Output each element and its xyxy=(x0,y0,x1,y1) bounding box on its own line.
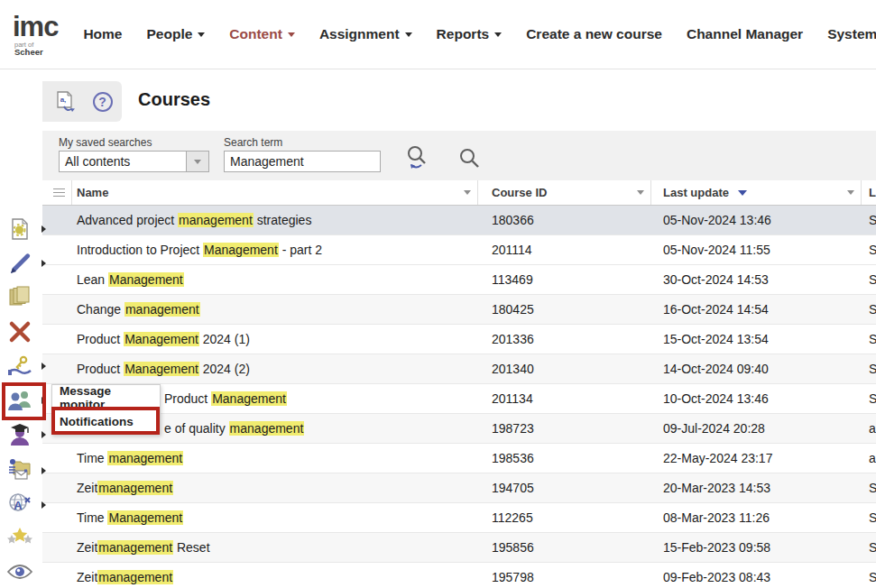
nav-item-channel-manager[interactable]: Channel Manager xyxy=(687,26,803,42)
table-row[interactable]: Product Management 2024 (1)20133615-Oct-… xyxy=(42,325,876,354)
run-saved-search-icon[interactable] xyxy=(403,143,432,176)
delete-icon[interactable] xyxy=(5,317,34,346)
imc-logo-text: imc xyxy=(13,13,58,41)
course-name-cell: Product Management 2024 (1) xyxy=(72,332,478,346)
nav-item-content[interactable]: Content xyxy=(229,26,295,42)
course-name-cell: Lean Management xyxy=(72,272,478,287)
last-editor-cell: a xyxy=(862,451,876,465)
last-editor-cell: S xyxy=(862,332,876,346)
flyout-arrow-icon xyxy=(41,501,46,509)
table-row[interactable]: Zeitmanagement Reset19585615-Feb-2023 09… xyxy=(42,533,876,563)
edit-icon[interactable] xyxy=(5,249,34,278)
row-handle-header[interactable] xyxy=(42,180,72,205)
course-id-cell: 195798 xyxy=(478,570,651,584)
new-content-icon[interactable] xyxy=(5,215,34,243)
table-row[interactable]: e of quality management19872309-Jul-2024… xyxy=(42,414,876,444)
search-highlight: management xyxy=(97,570,173,584)
groups-icon[interactable] xyxy=(5,386,34,415)
course-id-cell: 113469 xyxy=(478,272,651,287)
menu-item-notifications[interactable]: Notifications xyxy=(52,409,160,434)
search-highlight: management xyxy=(97,540,173,555)
messages-icon[interactable] xyxy=(5,455,34,484)
chevron-down-icon xyxy=(405,32,412,37)
last-update-cell: 05-Nov-2024 13:46 xyxy=(651,213,862,227)
translate-icon[interactable]: A xyxy=(5,490,34,519)
last-update-cell: 10-Oct-2024 13:46 xyxy=(651,391,862,406)
column-header-course-id[interactable]: Course ID xyxy=(478,180,651,205)
copy-icon[interactable] xyxy=(5,283,34,312)
csv-export-icon[interactable]: a, xyxy=(53,89,78,115)
sort-descending-icon xyxy=(738,190,747,196)
search-highlight: management xyxy=(97,481,173,495)
menu-item-message-monitor[interactable]: Message monitor xyxy=(52,385,160,409)
course-id-cell: 201340 xyxy=(478,362,651,376)
hamburger-icon xyxy=(53,188,65,198)
last-editor-cell: S xyxy=(862,362,876,376)
preview-icon[interactable] xyxy=(5,557,34,586)
column-header-last-update[interactable]: Last update xyxy=(651,180,862,205)
nav-item-create-course[interactable]: Create a new course xyxy=(526,26,662,42)
table-row[interactable]: Time Management11226508-Mar-2023 11:26S xyxy=(42,503,876,533)
assign-icon[interactable] xyxy=(5,352,34,381)
imc-logo[interactable]: imc part of Scheer xyxy=(13,13,58,57)
nav-item-assignment[interactable]: Assignment xyxy=(319,26,412,42)
saved-searches-dropdown[interactable]: All contents xyxy=(59,151,209,172)
table-row[interactable]: Zeitmanagement19470520-Mar-2023 14:53S xyxy=(42,473,876,503)
help-icon[interactable]: ? xyxy=(90,89,115,115)
search-highlight: Management xyxy=(124,362,199,376)
table-row[interactable]: Product Management20113410-Oct-2024 13:4… xyxy=(42,384,876,414)
table-row[interactable]: Time management19853622-May-2024 23:17a xyxy=(42,444,876,473)
search-highlight: management xyxy=(124,302,200,317)
last-update-cell: 08-Mar-2023 11:26 xyxy=(651,510,862,525)
nav-item-reports[interactable]: Reports xyxy=(437,26,503,42)
course-id-cell: 201134 xyxy=(478,391,651,406)
chevron-down-icon xyxy=(194,160,201,164)
last-editor-cell: S xyxy=(862,510,876,525)
svg-text:a,: a, xyxy=(60,96,66,104)
saved-searches-value: All contents xyxy=(60,154,186,169)
chevron-down-icon xyxy=(494,32,502,37)
last-update-cell: 20-Mar-2023 14:53 xyxy=(651,481,862,495)
table-row[interactable]: Zeitmanagement19579809-Feb-2023 08:43S xyxy=(42,563,876,588)
course-id-cell: 180366 xyxy=(478,213,651,227)
last-update-cell: 09-Feb-2023 08:43 xyxy=(651,570,862,584)
table-row[interactable]: Product Management 2024 (2)20134014-Oct-… xyxy=(42,354,876,384)
search-highlight: management xyxy=(107,451,183,465)
last-editor-cell: S xyxy=(862,570,876,584)
course-name-cell: Zeitmanagement Reset xyxy=(72,540,478,555)
last-editor-cell: S xyxy=(862,481,876,495)
nav-item-people[interactable]: People xyxy=(147,26,206,42)
search-term-input[interactable] xyxy=(224,151,381,172)
flyout-arrow-icon xyxy=(41,431,46,438)
last-editor-cell: S xyxy=(862,243,876,257)
nav-item-home[interactable]: Home xyxy=(83,26,122,42)
table-row[interactable]: Advanced project management strategies18… xyxy=(42,206,876,235)
course-id-cell: 198723 xyxy=(478,421,651,436)
tutor-icon[interactable] xyxy=(5,420,34,449)
imc-logo-subtext: part of Scheer xyxy=(13,41,58,57)
table-row[interactable]: Change management18042516-Oct-2024 14:54… xyxy=(42,295,876,325)
search-icon[interactable] xyxy=(457,146,481,173)
last-editor-cell: S xyxy=(862,391,876,406)
course-name-cell: Change management xyxy=(72,302,478,317)
course-id-cell: 195856 xyxy=(478,540,651,555)
table-row[interactable]: Introduction to Project Management - par… xyxy=(42,235,876,265)
search-highlight: Management xyxy=(108,272,184,287)
nav-item-systeminfo[interactable]: Systeminfo xyxy=(827,26,876,42)
course-name-cell: Zeitmanagement xyxy=(72,570,478,584)
filter-arrow-icon[interactable] xyxy=(637,190,644,195)
dropdown-arrow-button[interactable] xyxy=(186,152,208,171)
search-highlight: Management xyxy=(124,332,199,346)
search-highlight: Management xyxy=(203,243,279,257)
course-name-cell: Product Management 2024 (2) xyxy=(72,362,478,376)
top-navigation-bar: imc part of Scheer Home People Content A… xyxy=(0,0,876,69)
course-id-cell: 180425 xyxy=(478,302,651,317)
rating-icon[interactable] xyxy=(5,523,34,552)
search-highlight: management xyxy=(178,213,254,227)
last-update-cell: 15-Oct-2024 13:54 xyxy=(651,332,862,346)
column-header-last-editor[interactable]: L xyxy=(862,180,876,205)
filter-arrow-icon[interactable] xyxy=(464,190,471,195)
table-row[interactable]: Lean Management11346930-Oct-2024 14:53S xyxy=(42,265,876,295)
filter-arrow-icon[interactable] xyxy=(847,190,854,195)
column-header-name[interactable]: Name xyxy=(72,180,478,205)
